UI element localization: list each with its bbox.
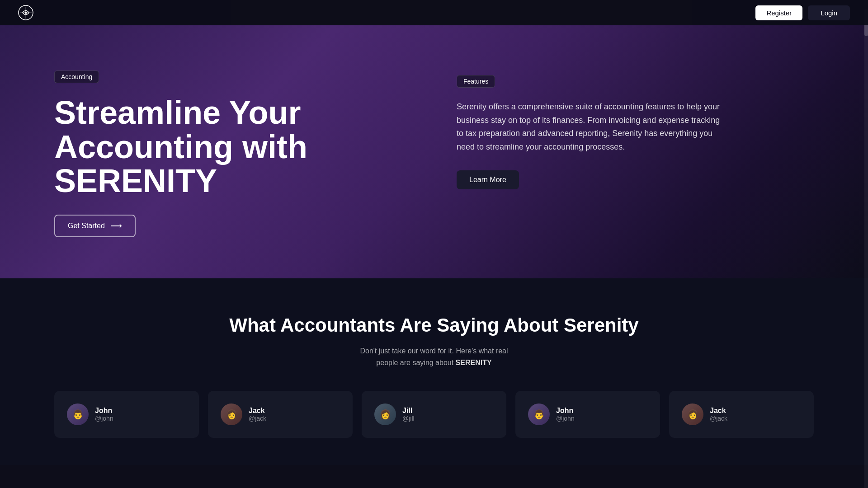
testimonial-user: 👨 John @john [528, 404, 647, 425]
learn-more-button[interactable]: Learn More [457, 170, 519, 189]
testimonials-grid: 👨 John @john 👩 Jack @jack 👩 [0, 391, 868, 438]
get-started-label: Get Started [68, 222, 105, 230]
hero-title: Streamline Your Accounting with SERENITY [54, 96, 307, 198]
user-name: Jack [710, 407, 727, 415]
get-started-button[interactable]: Get Started ⟶ [54, 215, 136, 237]
testimonial-card: 👩 Jill @jill [362, 391, 506, 438]
user-name: John [556, 407, 575, 415]
accounting-badge: Accounting [54, 70, 99, 83]
hero-section: Accounting Streamline Your Accounting wi… [0, 25, 868, 278]
navbar: Register Login [0, 0, 868, 25]
user-info: John @john [556, 407, 575, 422]
avatar: 👨 [528, 404, 550, 425]
testimonial-card: 👩 Jack @jack [208, 391, 353, 438]
testimonial-card: 👨 John @john [515, 391, 660, 438]
user-name: Jill [402, 407, 415, 415]
user-handle: @jack [710, 415, 727, 422]
hero-left: Accounting Streamline Your Accounting wi… [54, 70, 448, 237]
testimonial-user: 👩 Jack @jack [221, 404, 340, 425]
register-button[interactable]: Register [755, 5, 802, 20]
user-info: John @john [95, 407, 113, 422]
avatar: 👩 [374, 404, 396, 425]
user-name: Jack [249, 407, 266, 415]
arrow-icon: ⟶ [110, 221, 122, 231]
user-name: John [95, 407, 113, 415]
avatar: 👩 [682, 404, 703, 425]
avatar: 👩 [221, 404, 242, 425]
user-handle: @jill [402, 415, 415, 422]
logo-icon [18, 5, 33, 20]
scrollbar[interactable] [864, 0, 868, 488]
user-handle: @john [95, 415, 113, 422]
testimonial-card: 👩 Jack @jack [669, 391, 814, 438]
testimonial-user: 👩 Jill @jill [374, 404, 494, 425]
testimonials-section: What Accountants Are Saying About Sereni… [0, 278, 868, 465]
user-info: Jack @jack [249, 407, 266, 422]
testimonial-user: 👩 Jack @jack [682, 404, 801, 425]
hero-right: Features Serenity offers a comprehensive… [448, 70, 814, 189]
user-info: Jill @jill [402, 407, 415, 422]
user-handle: @john [556, 415, 575, 422]
nav-actions: Register Login [755, 5, 850, 20]
subtitle-line1: Don't just take our word for it. Here's … [360, 347, 508, 355]
features-badge: Features [457, 75, 495, 88]
logo [18, 5, 33, 20]
subtitle-brand: SERENITY [456, 359, 492, 366]
hero-description: Serenity offers a comprehensive suite of… [457, 100, 728, 154]
testimonials-title: What Accountants Are Saying About Sereni… [18, 314, 850, 336]
avatar: 👨 [67, 404, 89, 425]
testimonials-subtitle: Don't just take our word for it. Here's … [18, 345, 850, 368]
testimonial-card: 👨 John @john [54, 391, 199, 438]
testimonials-header: What Accountants Are Saying About Sereni… [0, 314, 868, 368]
login-button[interactable]: Login [808, 5, 850, 20]
user-handle: @jack [249, 415, 266, 422]
subtitle-line2-prefix: people are saying about [376, 359, 455, 366]
user-info: Jack @jack [710, 407, 727, 422]
testimonial-user: 👨 John @john [67, 404, 186, 425]
